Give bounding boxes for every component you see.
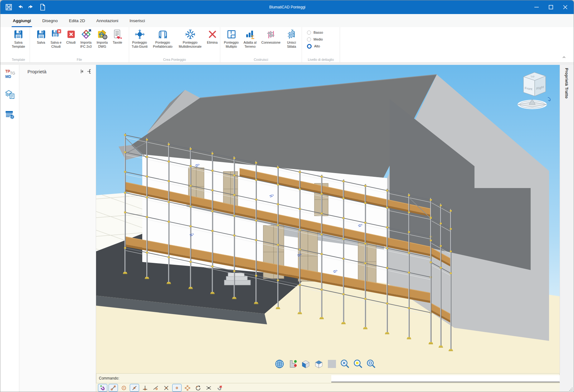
tab-disegno[interactable]: Disegno — [41, 14, 58, 27]
app-logo-button[interactable] — [5, 3, 13, 11]
zoom-previous-button[interactable] — [366, 358, 377, 370]
button-salva-e-chiudi[interactable]: Salva e Chiudi — [48, 28, 64, 48]
button-connessione[interactable]: Connessione — [259, 28, 283, 45]
undo-button[interactable] — [16, 3, 24, 11]
ribbon-tabs: AggiungiDisegnoEdita 2DAnnotazioniInseri… — [0, 14, 574, 27]
snap-intersection-icon — [163, 385, 169, 391]
redo-icon — [27, 3, 35, 11]
maximize-icon — [546, 2, 556, 12]
snap-tangent-icon — [153, 385, 159, 391]
button-ponteggio-multiplo[interactable]: Ponteggio Multiplo — [222, 28, 241, 48]
tp-tg-md-icon: TPTGMD — [5, 69, 15, 80]
sidebar-item-table-settings[interactable] — [3, 107, 17, 121]
snap-midpoint-button[interactable] — [130, 384, 139, 392]
group-label: Costruisci — [220, 58, 302, 61]
snap-midpoint-icon — [131, 385, 138, 391]
window-close-button[interactable] — [558, 0, 572, 14]
snap-off-button[interactable] — [215, 384, 224, 392]
window-title: BlumatiCAD Ponteggi — [0, 5, 574, 9]
ribbon-group-costruisci: Ponteggio MultiploΣAdatta al TerrenoConn… — [220, 27, 302, 62]
button-adatta-al-terreno[interactable]: ΣAdatta al Terreno — [241, 28, 259, 48]
cube-wire-button[interactable] — [314, 358, 324, 370]
ribbon-collapse-button[interactable] — [559, 54, 569, 61]
group-label: Livello di dettaglio — [302, 58, 340, 61]
button-label: Salva e Chiudi — [51, 41, 61, 48]
radio-basso[interactable]: Basso — [307, 29, 340, 36]
elimina-icon — [207, 29, 218, 40]
app-logo-icon — [5, 3, 13, 11]
globe-button[interactable] — [274, 358, 285, 370]
radio-alto[interactable]: Alto — [307, 43, 340, 50]
snap-quadrant-button[interactable] — [183, 384, 192, 392]
prefabbricato-icon — [158, 29, 168, 40]
snap-center-button[interactable] — [119, 384, 129, 392]
ribbon-group-crea-ponteggio: Ponteggio Tubi-GiuntiPonteggio Prefabbri… — [129, 27, 220, 62]
snap-tangent-button[interactable] — [151, 384, 160, 392]
redo-button[interactable] — [27, 3, 35, 11]
tab-aggiungi[interactable]: Aggiungi — [12, 14, 32, 27]
dock-right-icon[interactable] — [85, 68, 93, 75]
snap-node-button[interactable] — [172, 384, 182, 392]
snap-nearest-button[interactable] — [204, 384, 213, 392]
button-elimina[interactable]: Elimina — [205, 28, 220, 45]
zoom-extents-button[interactable] — [340, 358, 350, 370]
snap-rotation-button[interactable] — [193, 384, 203, 392]
radio-dot — [307, 37, 311, 41]
tab-edita-2d[interactable]: Edita 2D — [68, 14, 86, 27]
radio-dot — [307, 31, 311, 35]
sidebar-item-scaffold-types[interactable]: TPTGMD — [3, 68, 17, 82]
button-ponteggio-multidirezionale[interactable]: Ponteggio Multidirezionale — [176, 28, 205, 48]
snap-perpendicular-button[interactable] — [140, 384, 150, 392]
save-close-icon — [51, 29, 61, 40]
snap-endpoint-button[interactable] — [109, 384, 118, 392]
cube-solid-button[interactable] — [300, 358, 311, 370]
button-tavole[interactable]: Tavole — [110, 28, 125, 45]
ucs-origin-button[interactable] — [287, 358, 298, 370]
ribbon-gap — [0, 63, 574, 65]
ucs-origin-icon — [288, 359, 298, 369]
right-panel-tab[interactable]: Proprietà Tratto — [560, 65, 574, 392]
new-document-button[interactable] — [38, 3, 46, 11]
button-salva[interactable]: Salva — [34, 28, 48, 45]
blank-square-button[interactable] — [327, 358, 337, 370]
button-importa-ifc-2x3[interactable]: Importa IFC 2x3 — [78, 28, 94, 48]
titlebar: BlumatiCAD Ponteggi — [0, 0, 574, 14]
button-label: Tavole — [113, 41, 122, 45]
snap-intersection-button[interactable] — [162, 384, 171, 392]
snap-off-icon — [216, 385, 222, 391]
tab-inserisci[interactable]: Inserisci — [129, 14, 146, 27]
radio-label: Alto — [314, 44, 320, 48]
button-unisci-stilata[interactable]: Unisci Stilata — [283, 28, 300, 48]
layers-doc-icon — [5, 89, 15, 99]
button-label: Chiudi — [66, 41, 76, 45]
viewport-3d[interactable]: Top Front Right — [96, 65, 560, 373]
close-red-icon — [66, 29, 76, 40]
import-ifc-icon — [81, 29, 91, 40]
resize-grip[interactable] — [569, 388, 572, 391]
button-importa-dwg[interactable]: Importa DWG — [94, 28, 110, 48]
zoom-window-button[interactable] — [353, 358, 363, 370]
window-minimize-button[interactable] — [529, 0, 544, 14]
snap-center-icon — [121, 385, 127, 391]
snap-node-icon — [174, 385, 180, 391]
button-chiudi[interactable]: Chiudi — [64, 28, 78, 45]
ribbon-group-livello-di-dettaglio: BassoMedioAltoLivello di dettaglio — [302, 27, 340, 62]
window-maximize-button[interactable] — [544, 0, 558, 14]
tubi-giunti-icon — [134, 29, 145, 40]
radio-medio[interactable]: Medio — [307, 36, 340, 43]
snap-nearest-icon — [206, 385, 212, 391]
snap-magnet-button[interactable] — [98, 384, 107, 392]
radio-label: Basso — [314, 31, 323, 34]
command-input[interactable] — [331, 375, 574, 382]
connessione-icon — [266, 29, 276, 40]
button-ponteggio-prefabbricato[interactable]: Ponteggio Prefabbricato — [150, 28, 176, 48]
snap-toolbar — [96, 383, 560, 392]
tab-annotazioni[interactable]: Annotazioni — [96, 14, 119, 27]
button-label: Ponteggio Tubi-Giunti — [132, 41, 148, 48]
sidebar-item-layers-report[interactable] — [3, 87, 17, 101]
collapse-left-icon[interactable] — [78, 68, 85, 75]
button-salva-template[interactable]: Salva Template — [8, 28, 28, 48]
dock-right-icon — [87, 68, 91, 75]
button-ponteggio-tubi-giunti[interactable]: Ponteggio Tubi-Giunti — [129, 28, 150, 48]
button-label: Salva — [37, 41, 45, 45]
